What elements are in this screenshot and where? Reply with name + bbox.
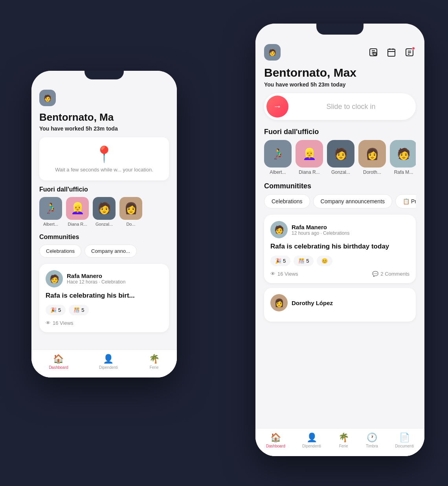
views-stat-front: 👁 16 Views — [270, 271, 298, 277]
reaction-bottle-back[interactable]: 🎉 5 — [46, 305, 66, 315]
eye-icon-back: 👁 — [46, 320, 51, 326]
avatar-item: 👨‍🦽 Albert... — [39, 197, 62, 226]
community-pill-other[interactable]: 📋 Pr... — [395, 194, 416, 208]
avatar-name: Gonzal... — [331, 169, 350, 175]
community-pill-company[interactable]: Company announcements — [313, 194, 392, 208]
comments-count-front: 2 Comments — [380, 271, 409, 277]
communities-title-front: Communitites — [264, 182, 416, 190]
post-author-name-2-front: Dorothy López — [292, 300, 333, 306]
clock-icon-front: 🕐 — [367, 433, 377, 443]
location-pin-icon: 📍 — [47, 145, 161, 164]
nav-timbra-front[interactable]: 🕐 Timbra — [366, 433, 378, 448]
palm-icon-back: 🌴 — [149, 354, 160, 364]
avatars-row-front: 👨‍🦽 Albert... 👱‍♀️ Diana R... 🧑 Gonzal..… — [264, 140, 416, 175]
svg-rect-7 — [388, 49, 395, 56]
avatar-name: Do... — [126, 222, 135, 226]
post-reactions-front: 🎉 5 🎊 5 😊 — [270, 256, 409, 266]
avatar-circle: 👩 — [358, 140, 386, 168]
person-icon-back: 🧑 — [44, 94, 51, 102]
location-card: 📍 Wait a few seconds while w... your loc… — [39, 137, 169, 180]
nav-label-back: Dipendenti — [99, 365, 118, 370]
post-author-name-front: Rafa Manero — [292, 224, 349, 230]
post-author-info-2-front: Dorothy López — [292, 300, 333, 306]
reaction-confetti-front[interactable]: 🎊 5 — [294, 256, 314, 266]
greeting-back: Bentornato, Ma — [39, 112, 169, 123]
avatar-circle: 🧑 — [93, 197, 116, 220]
back-phone: 🧑 Bentornato, Ma You have worked 5h 23m … — [31, 71, 177, 377]
worked-front: You have worked 5h 23m today — [264, 81, 416, 88]
person-icon-nav-back: 👤 — [103, 354, 114, 364]
location-text: Wait a few seconds while w... your locat… — [47, 167, 161, 173]
avatar-name: Diana R... — [299, 169, 319, 175]
home-icon-back: 🏠 — [53, 354, 64, 364]
post-author-info-front: Rafa Manero 12 hours ago · Celebrations — [292, 224, 349, 236]
greeting-front: Bentornato, Max — [264, 66, 416, 79]
front-phone: 🧑 — [255, 24, 424, 456]
clock-in-slider[interactable]: → Slide to clock in — [264, 93, 416, 120]
reaction-count: 5 — [283, 258, 286, 264]
nav-ferie-back[interactable]: 🌴 Ferie — [149, 354, 160, 370]
notch-front — [316, 24, 364, 35]
avatar-item: 👩 Doroth... — [358, 140, 386, 175]
nav-dashboard-label: Dashboard — [266, 444, 285, 448]
calendar-icon[interactable] — [385, 46, 398, 59]
home-icon-front: 🏠 — [270, 433, 281, 443]
post-stats-front: 👁 16 Views 💬 2 Comments — [270, 271, 409, 277]
nav-dipendenti-front[interactable]: 👤 Dipendenti — [302, 433, 321, 448]
avatars-row-back: 👨‍🦽 Albert... 👱‍♀️ Diana R... 🧑 Gonzal..… — [39, 197, 169, 226]
out-of-office-title-back: Fuori dall'ufficio — [39, 186, 169, 193]
nav-documenti-label: Documenti — [395, 444, 414, 448]
comments-stat-front: 💬 2 Comments — [372, 271, 409, 277]
avatar-name: Albert... — [43, 222, 58, 226]
notification-badge — [412, 47, 415, 50]
communities-row-front: Celebrations Company announcements 📋 Pr.… — [264, 194, 416, 208]
nav-dashboard-front[interactable]: 🏠 Dashboard — [266, 433, 285, 448]
header-icons-front — [367, 46, 416, 59]
bottom-nav-back: 🏠 Dashboard 👤 Dipendenti 🌴 Ferie — [31, 350, 177, 377]
avatar-circle: 👩 — [119, 197, 142, 220]
slider-button[interactable]: → — [266, 96, 288, 118]
header-back: 🧑 — [39, 90, 169, 106]
post-author-name-back: Rafa Manero — [67, 272, 125, 279]
avatar-back: 🧑 — [39, 90, 56, 106]
nav-label-back: Ferie — [150, 365, 159, 370]
community-pill-company-back[interactable]: Company anno... — [84, 245, 137, 258]
post-header-back: 🧑 Rafa Manero Hace 12 horas · Celebratio… — [46, 270, 163, 287]
avatar-item: 🧑 Rafa M... — [390, 140, 416, 175]
notification-icon[interactable] — [403, 46, 416, 59]
community-pill-celebrations[interactable]: Celebrations — [264, 194, 310, 208]
reaction-add-front[interactable]: 😊 — [317, 256, 332, 266]
avatar-name: Rafa M... — [394, 169, 413, 175]
communities-title-back: Communities — [39, 234, 169, 241]
avatar-item: 🧑 Gonzal... — [93, 197, 116, 226]
post-header-front: 🧑 Rafa Manero 12 hours ago · Celebration… — [270, 221, 409, 238]
avatar-circle: 👱‍♀️ — [296, 140, 323, 168]
reaction-confetti-back[interactable]: 🎊 5 — [69, 305, 89, 315]
avatar-item: 👩 Do... — [119, 197, 142, 226]
avatar-circle: 👨‍🦽 — [39, 197, 62, 220]
nav-documenti-front[interactable]: 📄 Documenti — [395, 433, 414, 448]
post-author-info-back: Rafa Manero Hace 12 horas · Celebration — [67, 272, 125, 285]
views-count-back: 16 Views — [53, 320, 73, 326]
post-card-2-front: 👩 Dorothy López — [264, 288, 416, 322]
post-reactions-back: 🎉 5 🎊 5 — [46, 305, 163, 315]
avatar-name: Doroth... — [363, 169, 381, 175]
nav-dashboard-back[interactable]: 🏠 Dashboard — [49, 354, 68, 370]
community-pill-celebrations-back[interactable]: Celebrations — [39, 245, 81, 258]
comment-icon-front: 💬 — [372, 271, 378, 277]
person-icon-front: 🧑 — [268, 49, 276, 56]
nav-ferie-front[interactable]: 🌴 Ferie — [338, 433, 349, 448]
post-meta-front: 12 hours ago · Celebrations — [292, 230, 349, 236]
reaction-count: 5 — [306, 258, 309, 264]
nav-dipendenti-back[interactable]: 👤 Dipendenti — [99, 354, 118, 370]
avatar-item: 🧑 Gonzal... — [327, 140, 354, 175]
avatar-circle: 🧑 — [390, 140, 416, 168]
timesheet-icon[interactable] — [367, 46, 380, 59]
reaction-bottle-front[interactable]: 🎉 5 — [270, 256, 290, 266]
communities-row-back: Celebrations Company anno... — [39, 245, 169, 258]
nav-timbra-label: Timbra — [366, 444, 378, 448]
header-front: 🧑 — [264, 44, 416, 61]
avatar-name: Diana R... — [68, 222, 87, 226]
post-avatar-front: 🧑 — [270, 221, 288, 238]
avatar-circle: 🧑 — [327, 140, 354, 168]
